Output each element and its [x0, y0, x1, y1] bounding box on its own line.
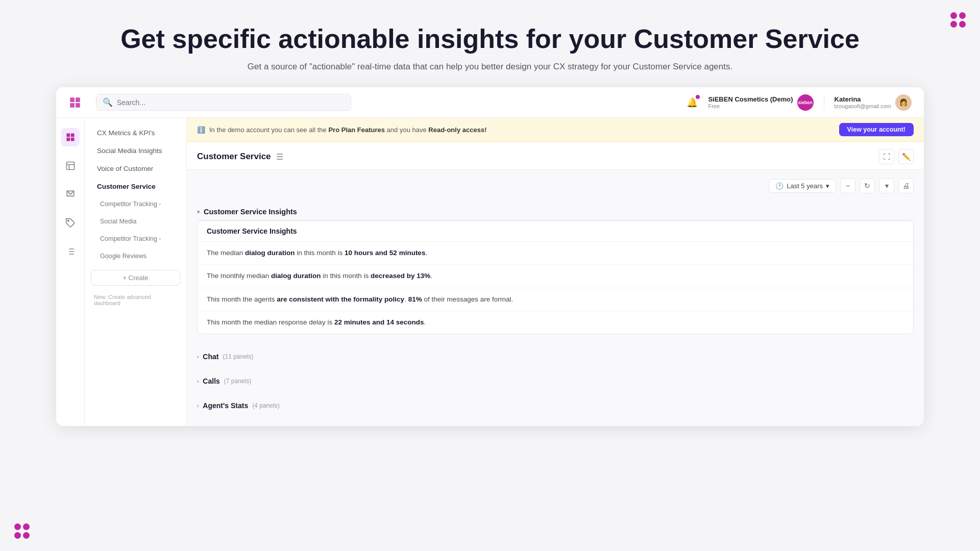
- section-chevron-insights: ▾: [197, 209, 200, 215]
- banner-text: In the demo account you can see all the …: [209, 126, 486, 134]
- search-input[interactable]: [117, 98, 345, 107]
- demo-banner: ℹ️ In the demo account you can see all t…: [187, 118, 924, 142]
- company-name: SiEBEN Cosmetics (Demo): [708, 95, 793, 103]
- page-header-actions: ⛶ ✏️: [879, 149, 914, 164]
- agents-stats-section-header[interactable]: › Agent's Stats (4 panels): [197, 397, 914, 414]
- insight-row-4: This month the median response delay is …: [198, 311, 913, 334]
- company-avatar: sieben: [797, 94, 814, 111]
- calls-section: › Calls (7 panels): [197, 369, 914, 393]
- sidebar-icon-tags[interactable]: [61, 214, 80, 232]
- banner-read-only: Read-only access!: [428, 126, 486, 134]
- chevron-right-agents: ›: [197, 403, 199, 409]
- insight-bold-2b: decreased by 13%: [371, 272, 430, 280]
- insight-row-3: This month the agents are consistent wit…: [198, 288, 913, 311]
- hero-section: Get specific actionable insights for you…: [0, 0, 980, 87]
- main-layout: CX Metrics & KPI's Social Media Insights…: [56, 118, 924, 426]
- insight-row-2: The monthly median dialog duration in th…: [198, 265, 913, 288]
- chat-section-header[interactable]: › Chat (11 panels): [197, 348, 914, 365]
- sidebar-icons: [56, 118, 85, 426]
- nav-item-customer-service[interactable]: Customer Service: [88, 178, 183, 195]
- chat-label: Chat: [203, 353, 218, 361]
- agents-stats-label: Agent's Stats: [203, 402, 248, 410]
- user-info: Katerina tzougasofi@gmail.com 👩: [835, 94, 912, 111]
- banner-pro-features: Pro Plan Features: [328, 126, 385, 134]
- zoom-out-button[interactable]: −: [840, 178, 855, 193]
- calls-label: Calls: [203, 377, 219, 385]
- nav-item-voice-customer[interactable]: Voice of Customer: [88, 160, 183, 177]
- edit-button[interactable]: ✏️: [898, 149, 914, 164]
- insight-bold-2a: dialog duration: [271, 272, 321, 280]
- chevron-right-calls: ›: [197, 379, 199, 384]
- notification-badge: [696, 95, 700, 99]
- nav-item-competitor-tracking-2[interactable]: Competitor Tracking -: [88, 231, 183, 247]
- calls-count: (7 panels): [224, 378, 251, 385]
- search-icon: 🔍: [103, 97, 113, 107]
- insights-card: Customer Service Insights The median dia…: [197, 220, 914, 334]
- user-email: tzougasofi@gmail.com: [835, 103, 891, 109]
- brand-icon-top-right: [950, 12, 966, 28]
- insight-bold-3a: are consistent with the formality policy: [277, 295, 404, 303]
- divider: [824, 95, 824, 110]
- notification-bell[interactable]: 🔔: [687, 97, 698, 108]
- create-button[interactable]: + Create: [91, 270, 180, 286]
- dashboard: 🕐 Last 5 years ▾ − ↻ ▾ 🖨 ▾ Customer Serv…: [187, 170, 924, 426]
- user-name: Katerina: [835, 95, 891, 103]
- content-area: ℹ️ In the demo account you can see all t…: [187, 118, 924, 426]
- print-button[interactable]: 🖨: [898, 178, 914, 193]
- hero-subtitle: Get a source of "actionable" real-time d…: [31, 62, 949, 72]
- new-dashboard-label: New: Create advanced dashboard: [85, 291, 186, 309]
- chat-section: › Chat (11 panels): [197, 344, 914, 369]
- nav-item-social-media-sub[interactable]: Social Media: [88, 213, 183, 230]
- filter-row: 🕐 Last 5 years ▾ − ↻ ▾ 🖨: [197, 178, 914, 193]
- app-logo: [68, 96, 82, 109]
- company-info: SiEBEN Cosmetics (Demo) Free sieben: [708, 94, 813, 111]
- agents-stats-section: › Agent's Stats (4 panels): [197, 393, 914, 418]
- user-avatar: 👩: [895, 94, 912, 111]
- date-filter[interactable]: 🕐 Last 5 years ▾: [769, 179, 836, 193]
- chat-count: (11 panels): [223, 353, 253, 360]
- insight-bold-1b: 10 hours and 52 minutes: [345, 249, 425, 257]
- agents-stats-count: (4 panels): [252, 402, 279, 409]
- nav-item-social-media[interactable]: Social Media Insights: [88, 142, 183, 159]
- insight-bold-3b: 81%: [408, 295, 422, 303]
- company-plan: Free: [708, 103, 793, 109]
- insight-row-1: The median dialog duration in this month…: [198, 242, 913, 265]
- brand-icon-bottom-left: [14, 523, 30, 539]
- insights-card-header: Customer Service Insights: [198, 221, 913, 242]
- app-container: 🔍 🔔 SiEBEN Cosmetics (Demo) Free sieben: [56, 87, 924, 426]
- insight-bold-4a: 22 minutes and 14 seconds: [334, 318, 424, 326]
- insight-bold-1a: dialog duration: [245, 249, 295, 257]
- date-filter-label: Last 5 years: [787, 182, 823, 190]
- nav-item-cx-metrics[interactable]: CX Metrics & KPI's: [88, 124, 183, 141]
- expand-button[interactable]: ⛶: [879, 149, 894, 164]
- sidebar-icon-reports[interactable]: [61, 157, 80, 175]
- sidebar-icon-list[interactable]: [61, 242, 80, 261]
- svg-rect-0: [66, 162, 74, 170]
- nav-item-competitor-tracking[interactable]: Competitor Tracking -: [88, 196, 183, 212]
- section-header-insights[interactable]: ▾ Customer Service Insights: [197, 203, 914, 220]
- chevron-down-icon: ▾: [826, 182, 829, 190]
- section-label-insights: Customer Service Insights: [204, 208, 297, 216]
- more-options-button[interactable]: ▾: [879, 178, 894, 193]
- banner-info-icon: ℹ️: [197, 126, 205, 134]
- menu-icon[interactable]: ☰: [276, 152, 283, 162]
- topbar: 🔍 🔔 SiEBEN Cosmetics (Demo) Free sieben: [56, 87, 924, 118]
- clock-icon: 🕐: [775, 182, 783, 190]
- nav-panel: CX Metrics & KPI's Social Media Insights…: [85, 118, 187, 426]
- customer-service-insights-section: ▾ Customer Service Insights Customer Ser…: [197, 198, 914, 344]
- calls-section-header[interactable]: › Calls (7 panels): [197, 373, 914, 389]
- topbar-right: 🔔 SiEBEN Cosmetics (Demo) Free sieben Ka…: [687, 94, 912, 111]
- view-account-button[interactable]: View your account!: [839, 123, 914, 136]
- search-bar[interactable]: 🔍: [96, 94, 351, 111]
- bell-icon: 🔔: [687, 97, 698, 108]
- sidebar-icon-dashboard[interactable]: [61, 128, 80, 146]
- hero-title: Get specific actionable insights for you…: [31, 24, 949, 54]
- page-header: Customer Service ☰ ⛶ ✏️: [187, 142, 924, 170]
- sidebar-icon-messages[interactable]: [61, 185, 80, 204]
- refresh-button[interactable]: ↻: [860, 178, 875, 193]
- page-title: Customer Service: [197, 152, 271, 162]
- svg-point-1: [67, 220, 69, 222]
- chevron-right-chat: ›: [197, 354, 199, 360]
- nav-item-google-reviews[interactable]: Google Reviews: [88, 248, 183, 264]
